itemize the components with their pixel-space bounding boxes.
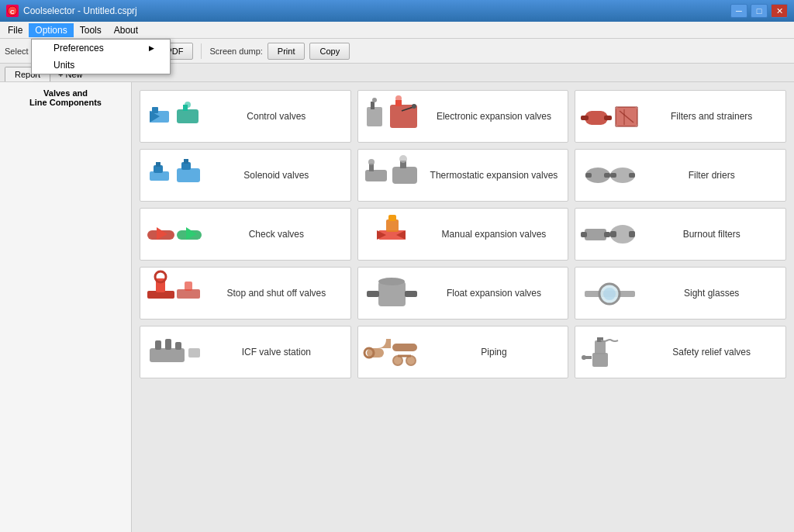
title-bar-left: C Coolselector - Untitled.csprj — [6, 5, 137, 17]
toolbar-print2-button[interactable]: Print — [268, 43, 306, 60]
component-img-sight-glasses — [578, 270, 640, 316]
component-label-filters-strainers: Filters and strainers — [640, 111, 782, 122]
main-content: Valves andLine Components Control valves — [0, 82, 794, 532]
component-icf-valve[interactable]: ICF valve station — [140, 326, 351, 378]
component-stop-shut-valves[interactable]: Stop and shut off valves — [140, 267, 351, 320]
svg-rect-79 — [592, 353, 608, 367]
menu-about[interactable]: About — [108, 23, 144, 37]
component-piping[interactable]: Piping — [357, 326, 569, 378]
svg-rect-18 — [604, 116, 612, 120]
svg-point-83 — [582, 355, 586, 360]
component-float-expansion[interactable]: Float expansion valves — [357, 267, 569, 320]
menu-options[interactable]: Options — [29, 23, 73, 37]
svg-rect-51 — [581, 232, 587, 237]
dropdown-units[interactable]: Units — [32, 57, 170, 74]
menu-bar: File Options Tools About — [0, 22, 794, 39]
component-label-filter-driers: Filter driers — [640, 170, 782, 181]
component-label-stop-shut-valves: Stop and shut off valves — [205, 288, 347, 299]
toolbar-separator-2 — [201, 43, 202, 59]
svg-rect-32 — [392, 167, 417, 184]
component-label-safety-relief: Safety relief valves — [640, 347, 782, 358]
close-button[interactable]: ✕ — [771, 4, 788, 18]
svg-rect-80 — [595, 340, 606, 354]
svg-rect-72 — [188, 348, 200, 358]
component-burnout-filters[interactable]: Burnout filters — [575, 208, 786, 261]
component-manual-expansion[interactable]: Manual expansion valves — [357, 208, 569, 261]
minimize-button[interactable]: ─ — [730, 4, 747, 18]
svg-point-62 — [378, 278, 405, 285]
menu-tools[interactable]: Tools — [74, 23, 108, 37]
svg-rect-29 — [365, 170, 387, 181]
svg-point-67 — [603, 288, 616, 300]
component-control-valves[interactable]: Control valves — [140, 90, 351, 143]
svg-point-31 — [368, 159, 375, 165]
component-img-solenoid-valves — [143, 152, 205, 199]
component-solenoid-valves[interactable]: Solenoid valves — [140, 149, 351, 202]
component-filter-driers[interactable]: Filter driers — [575, 149, 786, 202]
svg-rect-71 — [175, 342, 181, 350]
svg-rect-70 — [165, 339, 171, 350]
component-label-sight-glasses: Sight glasses — [640, 288, 782, 299]
svg-rect-68 — [150, 348, 185, 362]
title-bar: C Coolselector - Untitled.csprj ─ □ ✕ — [0, 0, 794, 22]
toolbar-copy-button[interactable]: Copy — [309, 43, 350, 60]
svg-point-15 — [412, 104, 416, 109]
component-label-thermostatic-expansion: Thermostatic expansion valves — [423, 170, 565, 181]
component-img-stop-shut-valves — [143, 270, 205, 316]
component-electronic-expansion[interactable]: Electronic expansion valves — [357, 90, 569, 143]
component-img-check-valves — [143, 211, 205, 257]
svg-point-13 — [395, 95, 402, 102]
sidebar-title: Valves andLine Components — [6, 88, 125, 107]
svg-rect-26 — [177, 168, 200, 182]
component-img-piping — [361, 329, 423, 375]
svg-point-77 — [406, 356, 416, 365]
svg-text:C: C — [10, 9, 15, 16]
app-icon: C — [6, 5, 19, 17]
window-controls: ─ □ ✕ — [730, 4, 788, 18]
component-img-filters-strainers — [578, 93, 640, 140]
component-img-filter-driers — [578, 152, 640, 199]
component-img-float-expansion — [361, 270, 423, 316]
options-dropdown: Preferences Units — [31, 39, 171, 74]
component-img-safety-relief — [578, 329, 640, 375]
svg-rect-64 — [405, 291, 417, 297]
component-label-piping: Piping — [423, 347, 565, 358]
svg-rect-69 — [155, 340, 161, 350]
svg-point-10 — [372, 98, 377, 102]
component-label-electronic-expansion: Electronic expansion valves — [423, 111, 565, 122]
toolbar-screendump-label: Screen dump: — [209, 47, 262, 56]
component-label-burnout-filters: Burnout filters — [640, 229, 782, 240]
component-label-solenoid-valves: Solenoid valves — [205, 170, 347, 181]
svg-rect-40 — [629, 173, 635, 178]
svg-rect-49 — [388, 215, 396, 221]
dropdown-preferences[interactable]: Preferences — [32, 40, 170, 57]
svg-rect-25 — [156, 162, 161, 167]
component-img-thermostatic-expansion — [361, 152, 423, 199]
maximize-button[interactable]: □ — [751, 4, 768, 18]
svg-rect-8 — [367, 107, 382, 126]
svg-rect-54 — [610, 231, 616, 237]
svg-rect-9 — [371, 102, 375, 109]
component-sight-glasses[interactable]: Sight glasses — [575, 267, 786, 320]
menu-file[interactable]: File — [2, 23, 29, 37]
svg-point-34 — [399, 155, 407, 163]
svg-rect-55 — [629, 231, 635, 237]
component-filters-strainers[interactable]: Filters and strainers — [575, 90, 786, 143]
svg-rect-73 — [367, 348, 384, 358]
svg-rect-39 — [610, 173, 616, 178]
svg-rect-5 — [177, 109, 198, 123]
component-label-manual-expansion: Manual expansion valves — [423, 229, 565, 240]
component-label-control-valves: Control valves — [205, 111, 347, 122]
toolbar-select-label: Select — [5, 47, 29, 56]
svg-rect-36 — [585, 173, 592, 178]
component-thermostatic-expansion[interactable]: Thermostatic expansion valves — [357, 149, 569, 202]
component-img-burnout-filters — [578, 211, 640, 257]
svg-rect-46 — [386, 219, 399, 232]
svg-rect-75 — [392, 344, 417, 351]
component-img-manual-expansion — [361, 211, 423, 257]
component-check-valves[interactable]: Check valves — [140, 208, 351, 261]
svg-rect-17 — [581, 116, 589, 120]
svg-point-7 — [185, 102, 191, 108]
component-safety-relief[interactable]: Safety relief valves — [575, 326, 786, 378]
svg-rect-50 — [585, 229, 606, 240]
